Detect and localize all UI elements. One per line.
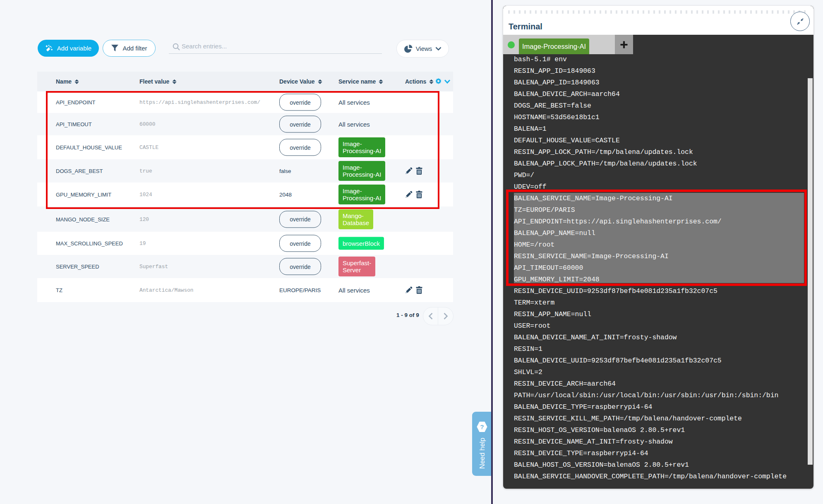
svg-text:?: ?	[480, 423, 484, 430]
